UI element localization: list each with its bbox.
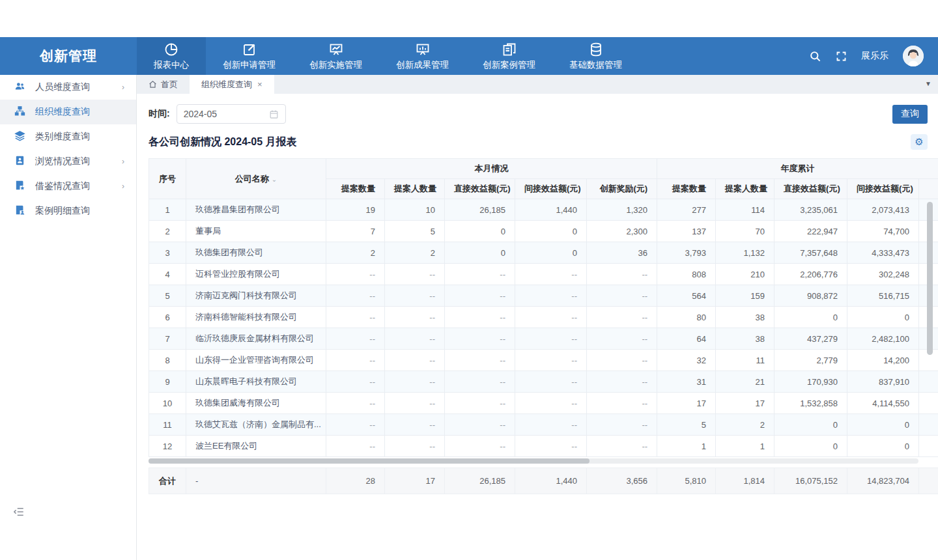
- column-header[interactable]: 提案数量: [657, 179, 716, 199]
- table-row[interactable]: 3 玖德集团有限公司 2 2 0 0 36 3,793 1,132 7,357,…: [149, 242, 938, 264]
- cell-value: --: [385, 285, 445, 307]
- total-label: 合计: [149, 468, 186, 494]
- cell-value: 19: [326, 199, 385, 221]
- column-header-overflow: [919, 179, 938, 199]
- column-header[interactable]: 间接效益额(元): [847, 179, 919, 199]
- sidebar-item-browse-status[interactable]: 浏览情况查询 ›: [0, 149, 136, 174]
- avatar[interactable]: [903, 46, 924, 66]
- table-row[interactable]: 4 迈科管业控股有限公司 -- -- -- -- -- 808 210 2,20…: [149, 264, 938, 285]
- database-icon: [588, 42, 604, 57]
- cell-value: 159: [716, 285, 775, 307]
- column-header[interactable]: 提案人数量: [385, 179, 445, 199]
- cell-value: --: [326, 307, 385, 328]
- top-navbar: 创新管理 报表中心 创新申请管理 创新实施管理: [0, 37, 938, 75]
- tab-home[interactable]: 首页: [137, 75, 190, 94]
- nav-item-innovation-application[interactable]: 创新申请管理: [206, 37, 292, 75]
- cell-value: 38: [716, 328, 775, 350]
- cell-value: 38: [716, 307, 775, 328]
- nav-item-report-center[interactable]: 报表中心: [137, 37, 206, 75]
- cell-value: 5: [385, 221, 445, 242]
- vertical-scrollbar-thumb[interactable]: [927, 202, 933, 355]
- table-row[interactable]: 8 山东得一企业管理咨询有限公司 -- -- -- -- -- 32 11 2,…: [149, 350, 938, 371]
- cell-value: --: [445, 436, 515, 457]
- title-row: 各公司创新情况 2024-05 月报表 ⚙: [149, 134, 938, 150]
- tab-bar: 首页 组织维度查询 × ▼: [137, 75, 938, 94]
- badge-icon: [14, 155, 25, 168]
- sidebar-item-person-dimension[interactable]: 人员维度查询 ›: [0, 75, 136, 100]
- column-header[interactable]: 直接效益额(元): [775, 179, 847, 199]
- cell-value: --: [385, 414, 445, 436]
- cell-value: --: [445, 285, 515, 307]
- presentation-chart-icon: [328, 42, 344, 57]
- column-header-company-label: 公司名称: [235, 174, 269, 184]
- column-header-index[interactable]: 序号: [149, 159, 186, 199]
- table-row[interactable]: 9 山东晨晖电子科技有限公司 -- -- -- -- -- 31 21 170,…: [149, 371, 938, 393]
- table-row[interactable]: 5 济南迈克阀门科技有限公司 -- -- -- -- -- 564 159 90…: [149, 285, 938, 307]
- cell-value: --: [445, 414, 515, 436]
- column-header[interactable]: 提案人数量: [716, 179, 775, 199]
- total-value: 17: [385, 468, 445, 494]
- gear-icon[interactable]: ⚙: [911, 134, 928, 150]
- cell-value: --: [326, 436, 385, 457]
- report-table: 序号 公司名称⌄ 本月情况 年度累计 提案数量 提案人数量 直接效益额(元) 间…: [149, 158, 938, 494]
- cell-value: --: [385, 371, 445, 393]
- table-row[interactable]: 1 玖德雅昌集团有限公司 19 10 26,185 1,440 1,320 27…: [149, 199, 938, 221]
- nav-item-innovation-cases[interactable]: 创新案例管理: [466, 37, 552, 75]
- chevron-down-icon[interactable]: ▼: [925, 80, 931, 87]
- cell-value: --: [445, 371, 515, 393]
- table-row[interactable]: 11 玖德艾瓦兹（济南）金属制品有... -- -- -- -- -- 5 2 …: [149, 414, 938, 436]
- cell-value: 3,793: [657, 242, 716, 264]
- horizontal-scrollbar[interactable]: [149, 458, 918, 464]
- sidebar-item-org-dimension[interactable]: 组织维度查询: [0, 100, 136, 124]
- close-icon[interactable]: ×: [257, 79, 263, 89]
- table-row[interactable]: 2 董事局 7 5 0 0 2,300 137 70 222,947 74,70: [149, 221, 938, 242]
- cell-overflow: [919, 436, 938, 457]
- sort-caret-icon[interactable]: ⌄: [272, 176, 277, 183]
- date-picker-input[interactable]: 2024-05: [177, 104, 286, 124]
- cell-index: 8: [149, 350, 186, 371]
- column-header-company[interactable]: 公司名称⌄: [186, 159, 326, 199]
- column-header[interactable]: 间接效益额(元): [515, 179, 587, 199]
- username[interactable]: 展乐乐: [861, 50, 888, 62]
- sidebar-item-label: 类别维度查询: [35, 131, 136, 143]
- nav-item-base-data[interactable]: 基础数据管理: [552, 37, 639, 75]
- table-row[interactable]: 10 玖德集团威海有限公司 -- -- -- -- -- 17 17 1,532…: [149, 393, 938, 414]
- nav-item-innovation-implementation[interactable]: 创新实施管理: [292, 37, 379, 75]
- cell-value: --: [445, 393, 515, 414]
- table-row[interactable]: 12 波兰EE有限公司 -- -- -- -- -- 1 1 0 0: [149, 436, 938, 457]
- cell-value: --: [326, 328, 385, 350]
- column-header[interactable]: 直接效益额(元): [445, 179, 515, 199]
- cell-value: 1,532,858: [775, 393, 847, 414]
- nav-item-innovation-results[interactable]: 创新成果管理: [379, 37, 466, 75]
- search-icon[interactable]: [809, 50, 821, 63]
- cell-value: 64: [657, 328, 716, 350]
- column-header[interactable]: 提案数量: [326, 179, 385, 199]
- cell-value: 114: [716, 199, 775, 221]
- total-overflow: [919, 468, 938, 494]
- fullscreen-icon[interactable]: [836, 51, 847, 62]
- group-header-current-month: 本月情况: [326, 159, 657, 179]
- cell-index: 5: [149, 285, 186, 307]
- home-icon: [149, 80, 157, 89]
- cell-value: 5: [657, 414, 716, 436]
- cell-value: 1: [657, 436, 716, 457]
- cell-index: 10: [149, 393, 186, 414]
- sidebar-item-case-detail[interactable]: 案例明细查询: [0, 199, 136, 223]
- horizontal-scrollbar-thumb[interactable]: [149, 458, 590, 464]
- table-row[interactable]: 6 济南科德智能科技有限公司 -- -- -- -- -- 80 38 0 0: [149, 307, 938, 328]
- collapse-sidebar-icon[interactable]: [13, 506, 25, 520]
- calendar-icon: [269, 109, 279, 119]
- date-value: 2024-05: [184, 109, 269, 119]
- table-row[interactable]: 7 临沂玖德庚辰金属材料有限公司 -- -- -- -- -- 64 38 43…: [149, 328, 938, 350]
- content-area: 时间: 2024-05 查询 各公司创新情况 2024-05 月报表 ⚙: [137, 94, 938, 560]
- tab-org-dimension[interactable]: 组织维度查询 ×: [190, 75, 274, 94]
- search-button[interactable]: 查询: [892, 105, 928, 124]
- cell-value: 2: [385, 242, 445, 264]
- edit-icon: [242, 42, 257, 57]
- total-value: 14,823,704: [847, 468, 919, 494]
- cell-value: 0: [775, 436, 847, 457]
- sidebar-item-category-dimension[interactable]: 类别维度查询: [0, 124, 136, 149]
- cell-value: 11: [716, 350, 775, 371]
- column-header[interactable]: 创新奖励(元): [587, 179, 657, 199]
- sidebar-item-reference-status[interactable]: 借鉴情况查询 ›: [0, 174, 136, 199]
